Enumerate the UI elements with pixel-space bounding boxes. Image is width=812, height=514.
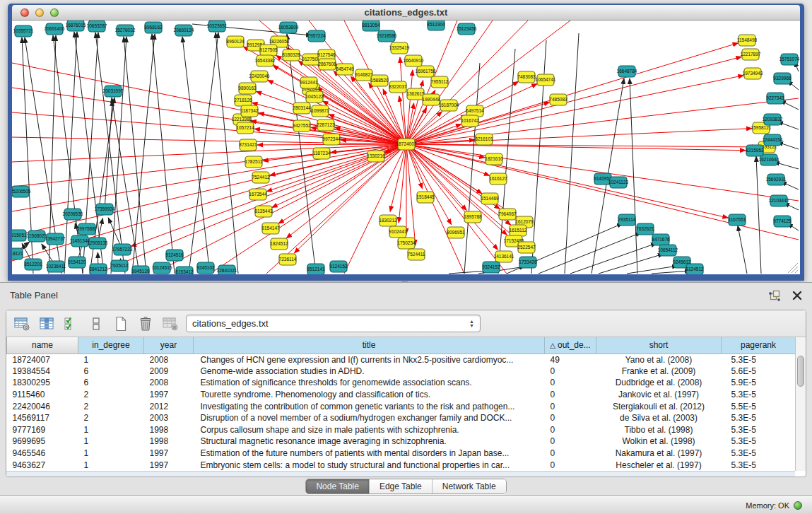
graph-node[interactable]: 15276032 <box>115 25 136 36</box>
cell-short[interactable]: de Silva et al. (2003) <box>596 412 722 424</box>
graph-node[interactable]: 17359924 <box>95 204 115 215</box>
cell-out_degree[interactable]: 0 <box>545 400 596 412</box>
cell-pagerank[interactable]: 5.3E-5 <box>722 354 796 366</box>
graph-edge[interactable] <box>652 271 690 274</box>
graph-node[interactable]: 9124516 <box>165 250 184 261</box>
close-window-button[interactable] <box>20 8 29 17</box>
graph-node[interactable]: 8096951 <box>447 227 465 238</box>
cell-out_degree[interactable]: 49 <box>545 354 596 366</box>
graph-edge[interactable] <box>406 144 758 147</box>
graph-node[interactable]: 16543382 <box>255 55 276 66</box>
cell-out_degree[interactable]: 0 <box>545 412 596 424</box>
cell-title[interactable]: Embryonic stem cells: a model to study s… <box>194 459 545 471</box>
graph-node[interactable]: 1099871 <box>311 105 329 117</box>
graph-node[interactable]: 1330216 <box>367 151 385 162</box>
graph-node[interactable]: 8841212 <box>89 264 107 274</box>
cell-name[interactable]: 9465546 <box>7 448 78 460</box>
graph-node[interactable]: 7524411 <box>408 249 425 260</box>
graph-node[interactable]: 9427552 <box>293 120 311 132</box>
graph-node[interactable]: 20031097 <box>103 86 124 97</box>
vertical-scrollbar-thumb[interactable] <box>797 356 804 387</box>
column-header-pagerank[interactable]: pagerank <box>722 337 796 354</box>
graph-node[interactable]: 10323651 <box>207 21 228 32</box>
table-row[interactable]: 2242004622012Investigating the contribut… <box>7 400 796 412</box>
cell-out_degree[interactable]: 0 <box>545 436 596 448</box>
table-row[interactable]: 1456911722003Disruption of a novel membe… <box>7 412 796 424</box>
graph-node[interactable]: 13325419 <box>389 42 410 54</box>
column-header-name[interactable]: name <box>7 337 78 354</box>
table-row[interactable]: 969969511998Structural magnetic resonanc… <box>7 436 796 448</box>
cell-title[interactable]: Genome-wide association studies in ADHD. <box>194 366 545 378</box>
table-row[interactable]: 946554611997Estimation of the future num… <box>7 448 796 460</box>
graph-edge[interactable] <box>111 37 126 274</box>
cell-pagerank[interactable]: 5.3E-5 <box>722 389 796 401</box>
cell-name[interactable]: 9115460 <box>7 389 78 401</box>
graph-node[interactable]: 12103442 <box>769 195 789 206</box>
graph-node[interactable]: 8454749 <box>336 64 354 75</box>
graph-node[interactable]: 16640910 <box>404 55 424 66</box>
horizontal-scrollbar[interactable] <box>6 471 795 477</box>
graph-node[interactable]: 15751074 <box>779 54 800 65</box>
table-row[interactable]: 1872400712008Changes of HCN gene express… <box>7 354 796 366</box>
graph-node[interactable]: 20660124 <box>174 25 194 36</box>
graph-node[interactable]: 9329966 <box>773 73 792 84</box>
cell-year[interactable]: 1998 <box>144 424 194 436</box>
graph-node[interactable]: 25206505 <box>12 186 31 197</box>
graph-node[interactable]: 1514469 <box>481 193 499 204</box>
cell-out_degree[interactable]: 0 <box>545 377 596 389</box>
graph-node[interactable]: 1057214 <box>236 122 254 134</box>
canvas-resize-grip[interactable] <box>792 267 798 273</box>
graph-node[interactable]: 9102447 <box>389 226 407 238</box>
cell-in_degree[interactable]: 2 <box>78 412 144 424</box>
graph-node[interactable]: 8512201 <box>24 259 42 270</box>
cell-title[interactable]: Investigating the contribution of common… <box>194 400 545 412</box>
selection-mode-button[interactable] <box>63 315 80 332</box>
cell-name[interactable]: 18300295 <box>7 377 78 389</box>
graph-node[interactable]: 12841021 <box>217 265 237 274</box>
graph-node[interactable]: 8731421 <box>239 139 257 151</box>
graph-node[interactable]: 1362615 <box>406 88 425 100</box>
graph-edge[interactable] <box>270 144 406 175</box>
graph-node[interactable]: 10653287 <box>87 21 107 32</box>
cell-short[interactable]: Jankovic et al. (1997) <box>596 389 722 401</box>
graph-node[interactable]: 9318121 <box>12 248 23 259</box>
graph-edge[interactable] <box>216 33 238 274</box>
graph-node[interactable]: 17957223 <box>112 244 133 255</box>
table-row[interactable]: 911546021997Tourette syndrome. Phenomeno… <box>7 389 796 401</box>
graph-node[interactable]: 20691406 <box>45 23 65 35</box>
cell-name[interactable]: 9699695 <box>7 436 78 448</box>
graph-edge[interactable] <box>182 37 210 274</box>
graph-node[interactable]: 11548498 <box>737 35 758 46</box>
close-panel-icon[interactable] <box>791 289 804 302</box>
graph-node[interactable]: 8512304 <box>427 21 445 30</box>
graph-node[interactable]: 7483083 <box>517 71 536 83</box>
graph-node[interactable]: 18724007 <box>396 139 417 150</box>
graph-node[interactable]: 9154120 <box>68 257 86 268</box>
table-settings-button[interactable] <box>13 315 30 332</box>
graph-node[interactable]: 10355721 <box>13 25 34 37</box>
cell-name[interactable]: 22420046 <box>7 400 78 412</box>
cell-pagerank[interactable]: 5.6E-5 <box>722 366 796 378</box>
graph-node[interactable]: 8124512 <box>686 264 704 274</box>
float-panel-icon[interactable] <box>768 289 781 302</box>
graph-node[interactable]: 10124515 <box>152 262 172 274</box>
graph-node[interactable]: 9774125 <box>773 216 792 227</box>
graph-edge[interactable] <box>390 144 406 211</box>
graph-node[interactable]: 19734943 <box>743 68 763 79</box>
graph-node[interactable]: 2718126 <box>234 95 252 106</box>
graph-node[interactable]: 9140952 <box>594 173 612 185</box>
graph-node[interactable]: 7635112 <box>111 260 129 271</box>
cell-year[interactable]: 1998 <box>144 436 194 448</box>
graph-node[interactable]: 1187342 <box>241 105 259 117</box>
new-table-button[interactable] <box>112 315 129 332</box>
graph-node[interactable]: 12093832 <box>763 114 783 125</box>
graph-node[interactable]: 16187004 <box>439 100 459 111</box>
graph-node[interactable]: 12444154 <box>763 134 783 146</box>
graph-node[interactable]: 1187234 <box>313 148 331 159</box>
cell-in_degree[interactable]: 6 <box>78 377 144 389</box>
graph-edge[interactable] <box>124 37 146 274</box>
cell-year[interactable]: 2012 <box>144 400 194 412</box>
graph-node[interactable]: 1830212 <box>379 215 397 226</box>
graph-node[interactable]: 2867608 <box>318 59 336 70</box>
cell-title[interactable]: Tourette syndrome. Phenomenology and cla… <box>194 389 545 401</box>
